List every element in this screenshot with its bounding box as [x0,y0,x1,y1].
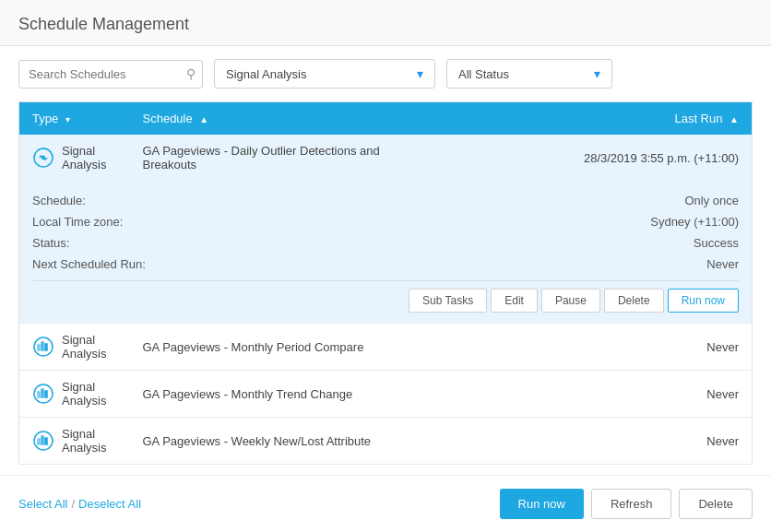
status-label: Status: [32,236,69,250]
header-schedule[interactable]: Schedule ▲ [130,102,407,136]
row1-schedule-name: GA Pageviews - Daily Outlier Detections … [143,144,380,171]
footer-separator: / [71,497,75,511]
table-row[interactable]: Signal Analysis GA Pageviews - Daily Out… [19,135,753,181]
detail-timezone-row: Local Time zone: Sydney (+11:00) [32,211,739,232]
svg-rect-10 [45,391,47,397]
filter-status-dropdown[interactable]: All Status ▾ [446,59,612,89]
schedule-table: Type ▾ Schedule ▲ Last Run ▲ [18,101,753,465]
search-input[interactable] [18,60,203,89]
edit-button[interactable]: Edit [491,289,538,313]
footer-run-now-button[interactable]: Run now [500,489,584,519]
signal-analysis-icon-2 [32,334,54,360]
row3-schedule-name: GA Pageviews - Monthly Trend Change [143,387,353,401]
footer-refresh-button[interactable]: Refresh [591,489,672,519]
footer-left: Select All / Deselect All [18,497,141,511]
nextrun-label: Next Scheduled Run: [32,257,146,271]
row1-type: Signal Analysis [62,144,117,171]
status-value: Success [694,236,739,250]
row3-lastrun: Never [706,387,739,401]
filter-type-arrow-icon: ▾ [417,66,423,81]
row4-schedule-cell: GA Pageviews - Weekly New/Lost Attribute [130,418,407,465]
subtasks-button[interactable]: Sub Tasks [409,289,487,313]
row1-type-cell: Signal Analysis [19,135,130,181]
footer: Select All / Deselect All Run now Refres… [0,475,771,532]
row2-schedule-cell: GA Pageviews - Monthly Period Compare [130,324,407,371]
timezone-value: Sydney (+11:00) [650,215,739,229]
table-header: Type ▾ Schedule ▲ Last Run ▲ [19,102,753,136]
search-wrapper: ⚲ [18,60,203,89]
schedule-label: Schedule: [32,194,86,207]
row2-lastrun-cell: Never [407,324,753,371]
filter-status-label: All Status [458,67,509,81]
row1-lastrun-cell: 28/3/2019 3:55 p.m. (+11:00) [407,135,753,181]
schedule-sort-icon: ▲ [199,114,208,124]
row4-lastrun: Never [706,434,739,448]
table-row[interactable]: Signal Analysis GA Pageviews - Weekly Ne… [19,418,753,465]
row4-lastrun-cell: Never [407,418,753,465]
svg-rect-4 [42,342,43,350]
row1-detail-cell: Schedule: Only once Local Time zone: Syd… [19,181,753,324]
row3-type-cell: Signal Analysis [19,371,130,418]
detail-status-row: Status: Success [32,232,739,254]
row4-type: Signal Analysis [62,427,117,455]
svg-rect-3 [38,345,40,350]
row4-type-cell: Signal Analysis [19,418,130,465]
signal-analysis-icon-3 [32,381,54,407]
table-body: Signal Analysis GA Pageviews - Daily Out… [19,135,753,465]
detail-schedule-row: Schedule: Only once [32,190,739,211]
row2-type-cell: Signal Analysis [19,324,130,371]
signal-analysis-icon-1 [32,145,54,171]
row4-schedule-name: GA Pageviews - Weekly New/Lost Attribute [143,434,372,448]
row2-lastrun: Never [706,340,739,354]
svg-rect-5 [45,344,47,350]
run-now-button[interactable]: Run now [668,289,739,313]
footer-delete-button[interactable]: Delete [679,489,753,519]
filter-type-label: Signal Analysis [226,67,306,81]
row2-schedule-name: GA Pageviews - Monthly Period Compare [143,340,364,354]
header-last-run[interactable]: Last Run ▲ [407,102,753,136]
row3-type: Signal Analysis [62,380,117,408]
svg-rect-9 [42,389,43,397]
toolbar: ⚲ Signal Analysis ▾ All Status ▾ [0,46,771,101]
svg-rect-14 [45,438,47,444]
row1-detail-body: Schedule: Only once Local Time zone: Syd… [19,181,752,324]
row1-action-bar: Sub Tasks Edit Pause Delete Run now [32,280,739,318]
table-row[interactable]: Signal Analysis GA Pageviews - Monthly T… [19,371,753,418]
row1-lastrun: 28/3/2019 3:55 p.m. (+11:00) [584,151,739,165]
nextrun-value: Never [706,257,739,271]
lastrun-sort-icon: ▲ [729,114,739,124]
footer-right: Run now Refresh Delete [500,489,753,519]
table-row[interactable]: Signal Analysis GA Pageviews - Monthly P… [19,324,753,371]
deselect-all-link[interactable]: Deselect All [78,497,141,511]
delete-button[interactable]: Delete [604,289,664,313]
timezone-label: Local Time zone: [32,215,123,229]
row1-detail: Schedule: Only once Local Time zone: Syd… [19,181,753,324]
filter-status-arrow-icon: ▾ [594,66,600,81]
select-all-link[interactable]: Select All [18,497,67,511]
filter-type-dropdown[interactable]: Signal Analysis ▾ [214,59,435,89]
type-sort-icon: ▾ [65,114,70,124]
header-type[interactable]: Type ▾ [19,102,130,136]
detail-nextrun-row: Next Scheduled Run: Never [32,254,739,275]
signal-analysis-icon-4 [32,428,54,454]
svg-point-1 [42,157,45,160]
svg-rect-13 [42,436,43,444]
svg-rect-12 [38,439,40,444]
pause-button[interactable]: Pause [541,289,600,313]
row1-schedule-cell: GA Pageviews - Daily Outlier Detections … [130,135,407,181]
schedule-table-container: Type ▾ Schedule ▲ Last Run ▲ [18,101,753,475]
schedule-value: Only once [684,194,739,207]
row3-lastrun-cell: Never [407,371,753,418]
row3-schedule-cell: GA Pageviews - Monthly Trend Change [130,371,407,418]
search-icon: ⚲ [186,66,196,81]
svg-rect-8 [38,392,40,397]
row2-type: Signal Analysis [62,333,117,361]
page-title: Schedule Management [0,0,771,46]
